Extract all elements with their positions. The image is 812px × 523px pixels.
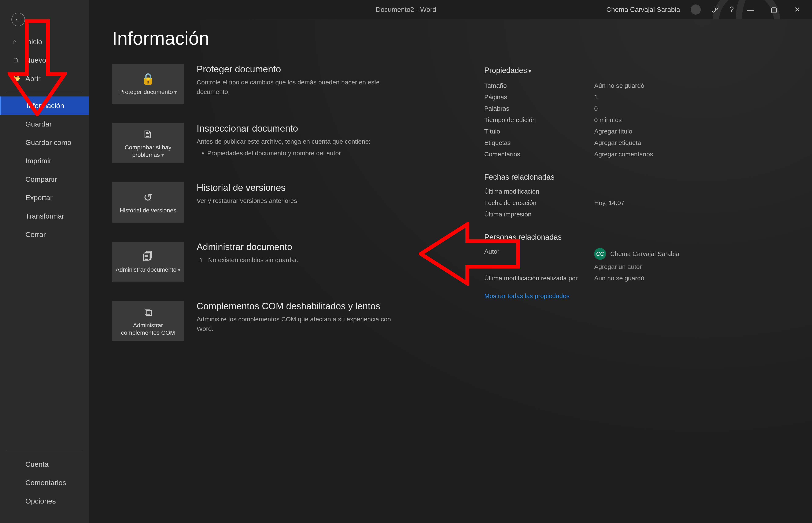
sidebar-item-label: Transformar — [25, 212, 64, 220]
sidebar-item-abrir[interactable]: 📂 Abrir — [0, 69, 89, 88]
sidebar-item-label: Abrir — [25, 74, 41, 83]
sidebar-item-inicio[interactable]: ⌂ Inicio — [0, 33, 89, 51]
sidebar-item-label: Guardar como — [25, 138, 71, 147]
tile-label: Comprobar si hay problemas — [112, 144, 184, 159]
sidebar-divider — [6, 92, 82, 92]
title-separator: - — [416, 6, 420, 13]
section-desc: Controle el tipo de cambios que los demá… — [197, 77, 408, 96]
open-icon: 📂 — [13, 75, 20, 82]
section-com-addins: ⧉ Administrar complementos COM Complemen… — [112, 301, 455, 341]
lock-icon: 🔒 — [141, 72, 155, 85]
tile-label: Administrar complementos COM — [112, 322, 184, 337]
info-panel: Información 🔒 Proteger documento Protege… — [89, 19, 812, 523]
add-author-link[interactable]: Agregar un autor — [594, 263, 679, 270]
protect-document-button[interactable]: 🔒 Proteger documento — [112, 64, 184, 104]
version-history-button[interactable]: ↺ Historial de versiones — [112, 182, 184, 222]
account-avatar-icon[interactable] — [691, 4, 701, 15]
window-title: Documento2 - Word — [376, 6, 436, 14]
sidebar-item-guardar[interactable]: Guardar — [0, 115, 89, 133]
author-name: Chema Carvajal Sarabia — [610, 250, 679, 257]
close-button[interactable]: ✕ — [791, 5, 804, 14]
sidebar-item-opciones[interactable]: Opciones — [0, 492, 89, 510]
properties-pane: Propiedades TamañoAún no se guardó Págin… — [484, 64, 795, 360]
prop-last-print: Última impresión — [484, 209, 795, 220]
prop-titulo: TítuloAgregar título — [484, 126, 795, 137]
show-all-properties-link[interactable]: Mostrar todas las propiedades — [484, 292, 570, 300]
sidebar-item-nuevo[interactable]: 🗋 Nuevo — [0, 51, 89, 69]
section-title: Historial de versiones — [197, 182, 299, 193]
section-desc: Antes de publicar este archivo, tenga en… — [197, 137, 371, 158]
prop-palabras: Palabras0 — [484, 103, 795, 114]
manage-com-addins-button[interactable]: ⧉ Administrar complementos COM — [112, 301, 184, 341]
related-people-heading: Personas relacionadas — [484, 233, 795, 241]
help-icon[interactable]: ? — [730, 5, 734, 14]
prop-tiempo-edicion: Tiempo de edición0 minutos — [484, 114, 795, 126]
home-icon: ⌂ — [13, 38, 20, 46]
section-desc-text: No existen cambios sin guardar. — [208, 256, 298, 264]
tile-label: Proteger documento — [117, 88, 179, 96]
tile-label: Historial de versiones — [117, 207, 178, 214]
backstage-sidebar: ← ⌂ Inicio 🗋 Nuevo 📂 Abrir Información G… — [0, 0, 89, 523]
inspect-bullet: Propiedades del documento y nombre del a… — [207, 148, 371, 158]
sidebar-item-label: Compartir — [25, 175, 57, 183]
sidebar-item-label: Nuevo — [25, 56, 46, 64]
manage-document-button[interactable]: 🗐 Administrar documento — [112, 241, 184, 282]
section-title: Inspeccionar documento — [197, 123, 371, 134]
new-icon: 🗋 — [13, 57, 20, 64]
section-title: Complementos COM deshabilitados y lentos — [197, 301, 408, 311]
maximize-button[interactable]: ▢ — [768, 5, 780, 14]
sidebar-item-label: Opciones — [25, 497, 56, 505]
author-avatar-icon: CC — [594, 248, 606, 260]
sidebar-item-label: Imprimir — [25, 157, 51, 165]
prop-last-mod-by: Última modificación realizada por Aún no… — [484, 272, 795, 284]
back-button[interactable]: ← — [12, 13, 25, 26]
sidebar-item-guardar-como[interactable]: Guardar como — [0, 133, 89, 152]
sidebar-item-compartir[interactable]: Compartir — [0, 170, 89, 188]
sidebar-item-cerrar[interactable]: Cerrar — [0, 225, 89, 244]
sidebar-divider — [6, 451, 82, 451]
prop-paginas: Páginas1 — [484, 91, 795, 103]
sidebar-group-bottom: Cuenta Comentarios Opciones — [0, 446, 89, 523]
sidebar-item-transformar[interactable]: Transformar — [0, 207, 89, 225]
sidebar-item-label: Comentarios — [25, 479, 66, 487]
document-name: Documento2 — [376, 6, 414, 13]
sidebar-item-comentarios[interactable]: Comentarios — [0, 473, 89, 492]
page-title: Información — [112, 28, 795, 49]
sidebar-item-label: Exportar — [25, 194, 53, 202]
unsaved-doc-icon: 🗋 — [197, 255, 203, 265]
feedback-icon[interactable]: 🗪 — [711, 5, 719, 14]
prop-etiquetas: EtiquetasAgregar etiqueta — [484, 137, 795, 148]
document-icon: 🗐 — [143, 250, 153, 263]
tile-label: Administrar documento — [114, 266, 183, 273]
prop-author: Autor CC Chema Carvajal Sarabia Agregar … — [484, 246, 795, 272]
sidebar-group-mid: Información Guardar Guardar como Imprimi… — [0, 96, 89, 244]
sidebar-item-label: Inicio — [25, 38, 42, 46]
related-dates-heading: Fechas relacionadas — [484, 173, 795, 182]
minimize-button[interactable]: — — [744, 5, 757, 14]
addin-icon: ⧉ — [144, 306, 152, 319]
sidebar-item-exportar[interactable]: Exportar — [0, 188, 89, 207]
account-username[interactable]: Chema Carvajal Sarabia — [606, 6, 680, 14]
prop-last-mod: Última modificación — [484, 186, 795, 197]
titlebar: Documento2 - Word Chema Carvajal Sarabia… — [0, 0, 812, 19]
section-title: Administrar documento — [197, 241, 298, 252]
section-manage-document: 🗐 Administrar documento Administrar docu… — [112, 241, 455, 282]
section-desc: Ver y restaurar versiones anteriores. — [197, 196, 299, 205]
sidebar-item-imprimir[interactable]: Imprimir — [0, 152, 89, 170]
section-version-history: ↺ Historial de versiones Historial de ve… — [112, 182, 455, 222]
sidebar-item-cuenta[interactable]: Cuenta — [0, 455, 89, 473]
properties-heading[interactable]: Propiedades — [484, 66, 795, 75]
section-inspect: 🗎 Comprobar si hay problemas Inspecciona… — [112, 123, 455, 163]
back-arrow-icon: ← — [14, 15, 22, 24]
section-desc: Administre los complementos COM que afec… — [197, 314, 408, 333]
section-title: Proteger documento — [197, 64, 408, 74]
sidebar-item-informacion[interactable]: Información — [0, 96, 89, 115]
app-name: Word — [420, 6, 436, 13]
prop-comentarios: ComentariosAgregar comentarios — [484, 148, 795, 160]
sidebar-item-label: Información — [27, 102, 64, 110]
history-icon: ↺ — [144, 191, 153, 204]
check-issues-button[interactable]: 🗎 Comprobar si hay problemas — [112, 123, 184, 163]
inspect-icon: 🗎 — [143, 128, 153, 141]
author-chip[interactable]: CC Chema Carvajal Sarabia — [594, 248, 679, 260]
section-protect: 🔒 Proteger documento Proteger documento … — [112, 64, 455, 104]
